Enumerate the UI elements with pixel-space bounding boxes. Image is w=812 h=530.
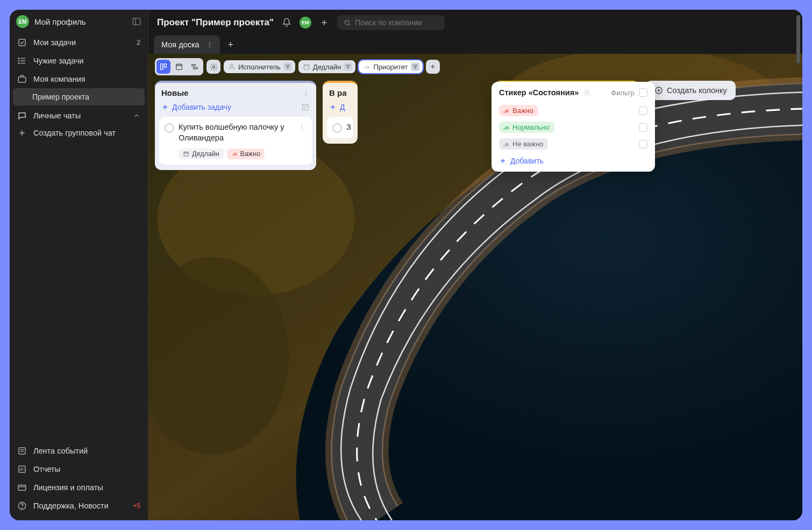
svg-point-43 <box>305 90 307 91</box>
column-menu-icon[interactable] <box>302 89 310 97</box>
profile-row[interactable]: EM Мой профиль <box>10 10 148 33</box>
tag-priority-high[interactable]: Важно <box>227 149 265 159</box>
nav-project-example[interactable]: Пример проекта <box>13 88 145 105</box>
svg-line-23 <box>348 24 350 25</box>
priority-option-medium[interactable]: Нормально <box>499 119 647 136</box>
search-input[interactable] <box>355 18 438 27</box>
panel-toggle-icon[interactable] <box>132 17 141 26</box>
settings-button[interactable] <box>206 60 220 74</box>
nav-label: Моя компания <box>33 75 86 83</box>
add-priority-button[interactable]: Добавить <box>499 152 647 165</box>
priority-label: Не важно <box>512 140 543 148</box>
form-icon[interactable] <box>301 103 310 111</box>
task-title: З <box>346 122 351 133</box>
svg-rect-41 <box>304 65 309 69</box>
priority-option-low[interactable]: Не важно <box>499 136 647 152</box>
column-new: Новые Добавить задачу Купить волшебную п… <box>155 81 316 170</box>
bars-icon <box>363 63 371 70</box>
columns: Новые Добавить задачу Купить волшебную п… <box>155 81 796 170</box>
nav-support[interactable]: Поддержка, Новости +5 <box>10 497 148 515</box>
task-checkbox[interactable] <box>165 123 174 133</box>
option-checkbox[interactable] <box>639 123 647 132</box>
feed-icon <box>17 446 27 456</box>
filter-icon[interactable] <box>283 62 292 71</box>
filter-icon[interactable] <box>411 62 419 71</box>
svg-point-44 <box>305 92 307 93</box>
svg-rect-32 <box>164 64 166 68</box>
calendar-view-button[interactable] <box>172 60 186 74</box>
nav-label: Отчеты <box>33 465 60 474</box>
add-task-button[interactable]: Добавить задачу <box>155 103 316 117</box>
add-task-label: Добавить задачу <box>172 103 231 111</box>
header-avatar[interactable]: EM <box>300 17 311 29</box>
bars-icon <box>231 151 238 157</box>
priority-option-high[interactable]: Важно <box>499 102 647 119</box>
project-title: Проект "Пример проекта" <box>157 17 274 28</box>
chip-assignee[interactable]: Исполнитель <box>224 60 295 73</box>
svg-rect-9 <box>18 77 26 82</box>
nav-company[interactable]: Моя компания <box>10 70 148 88</box>
tabs: Моя доска + <box>148 36 802 54</box>
option-checkbox[interactable] <box>639 140 647 149</box>
add-icon[interactable] <box>319 17 330 28</box>
tab-menu-icon[interactable] <box>204 40 216 50</box>
add-chip-button[interactable]: + <box>426 60 440 74</box>
timeline-view-button[interactable] <box>188 60 202 74</box>
scrollbar[interactable] <box>796 15 800 63</box>
column-header: В ра <box>323 83 358 103</box>
priority-label: Важно <box>512 107 533 115</box>
search-icon <box>344 19 351 27</box>
svg-point-51 <box>301 124 302 125</box>
svg-rect-33 <box>176 64 182 69</box>
add-column-label: Создать колонку <box>667 86 727 95</box>
calendar-icon <box>183 151 189 157</box>
nav-my-tasks[interactable]: Мои задачи 2 <box>10 33 148 52</box>
kanban-view-button[interactable] <box>156 60 170 74</box>
svg-point-26 <box>209 46 210 47</box>
gear-icon[interactable] <box>583 89 591 97</box>
task-checkbox[interactable] <box>332 123 342 133</box>
tasks-icon <box>17 38 27 47</box>
search-box[interactable] <box>337 15 445 30</box>
svg-rect-16 <box>18 485 26 491</box>
svg-point-7 <box>18 60 19 61</box>
nav-others-tasks[interactable]: Чужие задачи <box>10 52 148 70</box>
add-task-button[interactable]: Д <box>323 103 358 117</box>
chevron-up-icon <box>133 112 140 119</box>
column-header: Новые <box>155 83 316 103</box>
tasks-badge: 2 <box>137 39 140 46</box>
nav-reports[interactable]: Отчеты <box>10 460 148 478</box>
chip-priority[interactable]: Приоритет <box>359 60 422 73</box>
svg-point-8 <box>18 63 19 64</box>
sidebar: EM Мой профиль Мои задачи 2 Чужие задачи… <box>10 10 148 520</box>
support-badge: +5 <box>133 502 140 510</box>
tab-my-board[interactable]: Моя доска <box>154 36 220 54</box>
filter-checkbox[interactable] <box>639 88 647 97</box>
task-card[interactable]: Купить волшебную палочку у Оливандера Де… <box>159 117 312 165</box>
task-card[interactable]: З <box>327 117 353 138</box>
card-icon <box>17 483 27 492</box>
section-chats[interactable]: Личные чаты <box>10 105 148 124</box>
nav-events[interactable]: Лента событий <box>10 442 148 460</box>
svg-point-25 <box>209 44 210 45</box>
add-column-button[interactable]: Создать колонку <box>646 81 736 100</box>
add-tab-button[interactable]: + <box>224 38 237 51</box>
tag-deadline[interactable]: Дедлайн <box>179 149 224 159</box>
card-menu-icon[interactable] <box>297 122 307 132</box>
filter-icon[interactable] <box>344 62 352 71</box>
create-group-chat[interactable]: Создать групповой чат <box>10 124 148 142</box>
nav-label: Мои задачи <box>33 38 76 47</box>
svg-point-19 <box>22 507 23 508</box>
option-checkbox[interactable] <box>639 107 647 115</box>
bell-icon[interactable] <box>281 17 292 28</box>
calendar-icon <box>303 63 310 70</box>
plus-icon <box>499 157 507 165</box>
tag-label: Важно <box>240 150 261 158</box>
nav-license[interactable]: Лицензия и оплаты <box>10 478 148 497</box>
column-title: Новые <box>161 88 188 97</box>
chip-deadline[interactable]: Дедлайн <box>298 60 356 73</box>
chat-icon <box>17 111 27 121</box>
bars-icon <box>502 124 510 131</box>
svg-point-40 <box>231 64 233 67</box>
tag-label: Дедлайн <box>192 150 219 158</box>
